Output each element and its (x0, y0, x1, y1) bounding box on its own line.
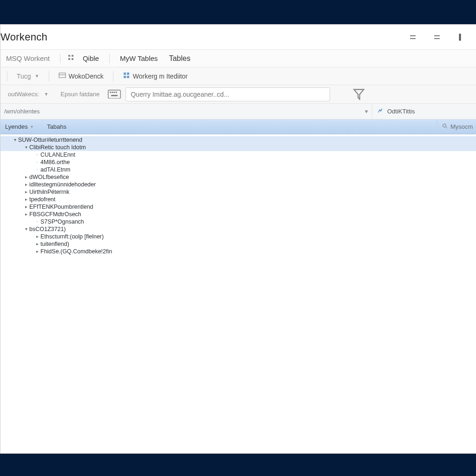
tree-node[interactable]: ·S7SP*Ognsanch (0, 218, 476, 225)
svg-point-21 (443, 124, 446, 127)
svg-rect-4 (459, 34, 461, 40)
schema-tree[interactable]: ▾SUW-Ottur#leturrttenend▾ClibiRetic touc… (0, 134, 476, 453)
tree-node[interactable]: ▸FBSGCFMdtrOsech (0, 211, 476, 218)
tree-node-label: tpedofrent (29, 196, 55, 203)
tree-node[interactable]: ▸Ethscturnft:(oolp [flelner) (0, 233, 476, 240)
database-combo[interactable]: Epsun fatdane (57, 88, 103, 101)
chevron-down-icon: ▼ (44, 92, 48, 97)
menu-separator (109, 54, 110, 63)
title-bar: Workench (0, 25, 476, 50)
toolbar-item-2-label: Workerg m Itediitor (133, 73, 188, 80)
tree-node-label: S7SP*Ognsanch (40, 218, 84, 225)
chevron-right-icon[interactable]: ▸ (23, 203, 29, 211)
tree-node[interactable]: ▸tpedofrent (0, 196, 476, 203)
tree-node-label: FBSGCFMdtrOsech (29, 211, 81, 218)
chevron-down-icon[interactable]: ▾ (361, 108, 372, 115)
tree-node[interactable]: ▸dWOLfbesefice (0, 173, 476, 181)
spark-icon (377, 107, 383, 115)
svg-rect-6 (72, 55, 73, 57)
tree-node[interactable]: ▾SUW-Ottur#leturrttenend (0, 136, 476, 144)
tree-node[interactable]: ▸UirthilnPéterrnk (0, 188, 476, 196)
svg-rect-12 (127, 73, 129, 75)
chevron-right-icon[interactable]: ▸ (23, 211, 29, 218)
search-icon (442, 123, 448, 130)
app-title: Workench (0, 31, 47, 43)
tree-node[interactable]: ▸tuitenflend) (0, 240, 476, 248)
chevron-right-icon[interactable]: ▸ (23, 196, 29, 203)
chevron-right-icon[interactable]: ▸ (23, 188, 29, 196)
tree-node[interactable]: ▸FhidSe.(GQ.Comdbeke!2fin (0, 248, 476, 255)
menu-separator (60, 54, 60, 63)
svg-rect-7 (68, 58, 70, 60)
toolbar-item-2[interactable]: Workerg m Itediitor (121, 71, 190, 81)
svg-rect-16 (110, 92, 111, 93)
toolbar-item-0[interactable]: Tucg ▼ (15, 72, 41, 81)
svg-rect-19 (116, 92, 117, 93)
tree-search[interactable]: Mysocm (437, 119, 476, 134)
breadcrumb[interactable]: /wm/ohlentes (4, 108, 361, 115)
svg-rect-5 (68, 55, 70, 57)
chevron-right-icon[interactable]: ▸ (34, 233, 40, 240)
tree-node-label: 4M86.orthe (40, 159, 70, 166)
desktop-bottom-bar (0, 454, 476, 476)
tree-node-label: bsCO1Z3721) (29, 225, 66, 233)
chevron-down-icon: ▾ (31, 124, 33, 129)
chevron-right-icon[interactable]: ▸ (34, 248, 40, 255)
app-window: Workench MSQ Workent Qible M (0, 24, 476, 454)
desktop-top-bar (0, 0, 476, 24)
schema-combo[interactable]: outWakecs: ▼ (4, 88, 52, 101)
menu-item-2[interactable]: MyW Tables (117, 53, 160, 64)
path-bar: /wm/ohlentes ▾ OdtiKTittis (0, 104, 476, 119)
editor-icon (123, 72, 130, 80)
tree-node[interactable]: ·4M86.orthe (0, 159, 476, 166)
tree-node[interactable]: ▾bsCO1Z3721) (0, 225, 476, 233)
svg-rect-9 (59, 73, 66, 78)
menu-bar: MSQ Workent Qible MyW Tables Tables (0, 50, 476, 67)
menu-item-0[interactable]: MSQ Workent (3, 53, 53, 64)
column-2[interactable]: Tabahs (42, 119, 437, 134)
bullet-icon: · (34, 218, 40, 225)
chevron-right-icon[interactable]: ▸ (23, 173, 29, 181)
chevron-down-icon[interactable]: ▾ (23, 144, 29, 151)
tree-node-label: idlltestegmünnidehodeder (29, 181, 96, 188)
toolbar-divider (113, 71, 113, 81)
maximize-icon[interactable] (430, 31, 443, 44)
filter-icon[interactable] (352, 88, 365, 101)
svg-rect-15 (108, 90, 121, 98)
schema-combo-label: outWakecs: (8, 91, 39, 98)
toolbar-item-1[interactable]: WokoDenck (57, 71, 106, 81)
menu-item-3[interactable]: Tables (166, 53, 193, 65)
menu-item-1[interactable]: Qible (80, 53, 102, 64)
chevron-right-icon[interactable]: ▸ (23, 181, 29, 188)
chevron-right-icon[interactable]: ▸ (34, 240, 40, 248)
tree-node[interactable]: ·adTAl.Etnm (0, 166, 476, 173)
chevron-down-icon[interactable]: ▾ (12, 136, 18, 144)
column-2-label: Tabahs (47, 123, 66, 130)
tree-node-label: dWOLfbesefice (29, 173, 69, 181)
column-1[interactable]: Lyendes ▾ (0, 119, 42, 134)
tree-node-label: FhidSe.(GQ.Comdbeke!2fin (40, 248, 112, 255)
side-panel-header[interactable]: OdtiKTittis (372, 104, 472, 119)
grid-icon[interactable] (68, 54, 74, 62)
bullet-icon: · (34, 151, 40, 159)
chevron-down-icon: ▼ (35, 73, 40, 79)
minimize-icon[interactable] (406, 31, 419, 44)
tree-node[interactable]: ·CULANLEnnt (0, 151, 476, 159)
tree-node[interactable]: ▾ClibiRetic touch Idotm (0, 144, 476, 151)
tree-node-label: tuitenflend) (40, 240, 69, 248)
keyboard-icon[interactable] (108, 88, 121, 101)
query-input[interactable] (126, 87, 330, 101)
svg-rect-17 (112, 92, 113, 93)
svg-line-22 (446, 127, 447, 128)
tree-node[interactable]: ▸EFfTENKPoumbrentlend (0, 203, 476, 211)
query-bar: outWakecs: ▼ Epsun fatdane (0, 85, 476, 104)
svg-rect-18 (114, 92, 115, 93)
tree-node-label: adTAl.Etnm (40, 166, 70, 173)
svg-rect-14 (127, 76, 129, 78)
tree-node[interactable]: ▸idlltestegmünnidehodeder (0, 181, 476, 188)
chevron-down-icon[interactable]: ▾ (23, 225, 29, 233)
tree-header: Lyendes ▾ Tabahs Mysocm (0, 119, 476, 134)
svg-rect-11 (124, 73, 126, 75)
close-icon[interactable] (455, 31, 468, 44)
toolbar-item-1-label: WokoDenck (69, 73, 104, 80)
